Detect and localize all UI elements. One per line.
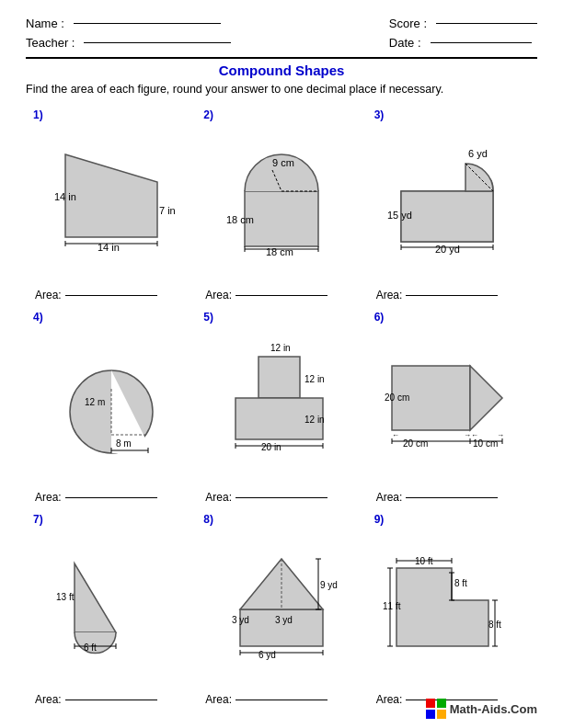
svg-6: 20 cm 20 cm 10 cm ← → ← →: [383, 338, 521, 467]
problem-7-num: 7): [33, 513, 43, 526]
figure-3: 6 yd 15 yd 20 yd: [373, 116, 532, 285]
answer-2: Area:: [201, 289, 361, 301]
svg-text:9 yd: 9 yd: [320, 580, 338, 590]
date-line: [431, 42, 532, 43]
svg-text:12 m: 12 m: [85, 397, 105, 407]
svg-rect-95: [426, 710, 435, 719]
svg-text:20 in: 20 in: [261, 442, 282, 452]
svg-8: 9 yd 3 yd 3 yd 6 yd: [217, 540, 346, 669]
svg-9: 10 ft 8 ft 11 ft 8 ft: [383, 540, 521, 669]
problem-9-num: 9): [374, 513, 385, 526]
score-line: [436, 23, 537, 24]
svg-rect-17: [401, 191, 493, 242]
answer-5: Area:: [201, 491, 361, 504]
svg-text:8 m: 8 m: [116, 438, 132, 449]
problem-5: 5) 12 in 12 in 12 in 20 in: [196, 305, 366, 507]
answer-line-4: [65, 497, 157, 498]
score-label: Score :: [389, 17, 427, 30]
problem-5-num: 5): [203, 311, 213, 324]
svg-text:13 ft: 13 ft: [56, 592, 75, 602]
figure-5: 12 in 12 in 12 in 20 in: [201, 318, 361, 487]
area-label-4: Area:: [35, 491, 62, 504]
problem-1-num: 1): [33, 108, 43, 121]
right-header: Score : Date :: [389, 17, 537, 50]
svg-text:6 yd: 6 yd: [259, 650, 276, 660]
date-row: Date :: [389, 36, 537, 50]
area-label-7: Area:: [35, 693, 62, 706]
svg-rect-93: [426, 699, 435, 708]
answer-line-3: [406, 295, 498, 296]
svg-text:12 in: 12 in: [270, 343, 291, 353]
header: Name : Teacher : Score : Date :: [26, 17, 537, 50]
answer-line-5: [236, 497, 327, 498]
problem-8-num: 8): [203, 513, 213, 526]
figure-9: 10 ft 8 ft 11 ft 8 ft: [373, 520, 532, 689]
svg-text:3 yd: 3 yd: [232, 615, 249, 625]
svg-rect-34: [259, 357, 300, 398]
area-label-3: Area:: [376, 289, 403, 301]
problem-8: 8) 9 yd 3 yd 3 yd 6 yd: [196, 507, 366, 710]
svg-5: 12 in 12 in 12 in 20 in: [217, 338, 346, 467]
svg-text:11 ft: 11 ft: [383, 601, 401, 611]
svg-text:12 in: 12 in: [304, 374, 325, 384]
svg-text:3 yd: 3 yd: [275, 615, 293, 625]
svg-text:7 in: 7 in: [159, 205, 176, 216]
area-label-8: Area:: [205, 693, 232, 706]
svg-text:12 in: 12 in: [304, 415, 325, 425]
svg-text:18 cm: 18 cm: [266, 246, 293, 257]
date-label: Date :: [389, 36, 421, 50]
name-row: Name :: [26, 17, 231, 30]
problem-9: 9) 10 ft 8 ft 11 ft: [367, 507, 537, 710]
svg-text:6 yd: 6 yd: [468, 148, 488, 159]
svg-text:→: →: [464, 431, 471, 439]
problem-7: 7) 13 ft 6 ft Area:: [26, 507, 196, 710]
svg-marker-0: [65, 154, 157, 237]
name-label: Name :: [26, 17, 64, 30]
area-label-6: Area:: [376, 491, 403, 504]
answer-8: Area:: [201, 693, 361, 706]
problem-1: 1) 14 in 7 in 14 in Area:: [26, 103, 196, 305]
svg-rect-94: [437, 699, 446, 708]
svg-text:←: ←: [392, 431, 399, 439]
answer-1: Area:: [31, 289, 190, 301]
svg-3: 6 yd 15 yd 20 yd: [387, 141, 516, 260]
figure-8: 9 yd 3 yd 3 yd 6 yd: [201, 520, 361, 689]
footer: Math-Aids.Com: [426, 699, 537, 719]
svg-marker-76: [396, 568, 488, 646]
answer-line-1: [65, 295, 157, 296]
area-label-9: Area:: [376, 693, 403, 706]
answer-line-2: [236, 295, 327, 296]
problem-2: 2) 9 cm 18 cm 18 cm: [196, 103, 366, 305]
svg-rect-96: [437, 710, 446, 719]
left-header: Name : Teacher :: [26, 17, 231, 50]
page: Name : Teacher : Score : Date : Compound…: [0, 0, 563, 728]
score-row: Score :: [389, 17, 537, 30]
problem-6: 6) 20 cm 20 cm 10 cm: [367, 305, 537, 507]
svg-text:8 ft: 8 ft: [454, 578, 467, 588]
svg-marker-44: [470, 366, 502, 430]
problem-3: 3) 6 yd 15 yd 20 yd: [367, 103, 537, 305]
answer-line-8: [236, 700, 327, 700]
header-divider: [26, 57, 537, 59]
figure-1: 14 in 7 in 14 in: [31, 116, 190, 285]
svg-2: 9 cm 18 cm 18 cm: [222, 141, 341, 260]
problem-4-num: 4): [33, 311, 43, 324]
svg-text:10 cm: 10 cm: [473, 438, 498, 449]
math-aids-logo-icon: [426, 699, 446, 719]
svg-text:→: →: [497, 431, 504, 439]
figure-2: 9 cm 18 cm 18 cm: [201, 116, 361, 285]
footer-text: Math-Aids.Com: [450, 702, 537, 716]
answer-4: Area:: [31, 491, 190, 504]
figure-7: 13 ft 6 ft: [31, 520, 190, 689]
answer-3: Area:: [373, 289, 532, 301]
svg-text:20 cm: 20 cm: [385, 392, 409, 403]
area-label-2: Area:: [205, 289, 232, 301]
teacher-label: Teacher :: [26, 36, 75, 50]
svg-4: 12 m 8 m: [52, 338, 171, 467]
svg-text:←: ←: [471, 431, 478, 439]
svg-text:9 cm: 9 cm: [272, 157, 294, 168]
svg-rect-7: [245, 191, 318, 246]
problem-4: 4) 12 m 8 m: [26, 305, 196, 507]
svg-marker-57: [75, 563, 116, 632]
svg-text:20 yd: 20 yd: [435, 244, 460, 255]
